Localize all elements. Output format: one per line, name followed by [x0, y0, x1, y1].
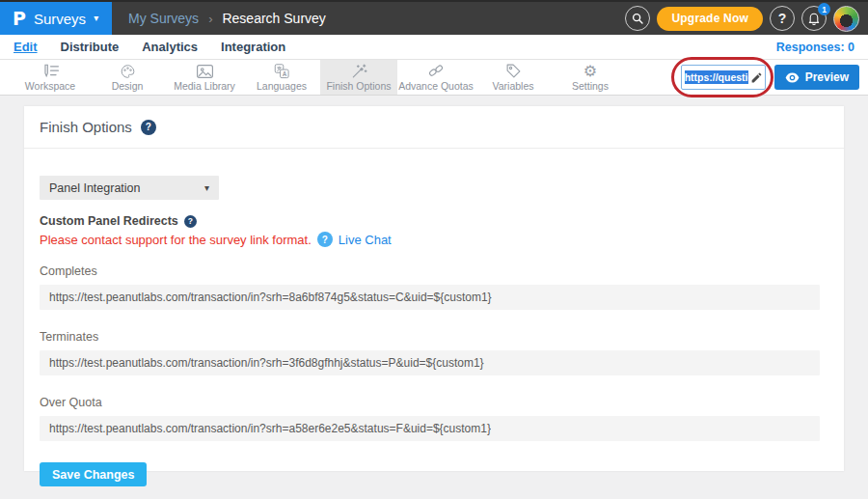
- toolbar-item-settings[interactable]: ⚙ Settings: [552, 60, 629, 95]
- terminates-url-field[interactable]: https://test.peanutlabs.com/transaction/…: [40, 350, 820, 375]
- avatar[interactable]: [833, 6, 859, 32]
- toolbar-label: Finish Options: [326, 80, 391, 92]
- eye-icon: [785, 72, 800, 83]
- page-title: Finish Options: [40, 119, 132, 135]
- header-actions: Upgrade Now ? 1: [625, 2, 868, 35]
- tab-analytics[interactable]: Analytics: [142, 40, 198, 54]
- help-button[interactable]: ?: [770, 6, 795, 31]
- section-title: Custom Panel Redirects: [40, 214, 178, 228]
- edit-url-pencil-icon[interactable]: [750, 71, 763, 84]
- panel-header: Finish Options ?: [24, 106, 844, 149]
- over-quota-label: Over Quota: [40, 396, 820, 409]
- question-mark-icon: ?: [778, 11, 787, 26]
- completes-label: Completes: [40, 264, 820, 278]
- dropdown-selected-value: Panel Integration: [49, 181, 141, 195]
- advance-quotas-icon: [427, 63, 445, 79]
- toolbar-label: Design: [112, 80, 144, 92]
- chevron-down-icon: ▾: [94, 14, 98, 23]
- languages-icon: A: [273, 63, 290, 79]
- preview-button[interactable]: Preview: [774, 65, 859, 90]
- breadcrumb-separator-icon: ›: [208, 12, 212, 26]
- tab-integration[interactable]: Integration: [221, 40, 285, 54]
- workspace-icon: [41, 63, 60, 79]
- terminates-label: Terminates: [40, 330, 820, 344]
- bell-icon: [807, 12, 821, 25]
- variables-icon: [505, 63, 522, 79]
- support-note-row: Please contact support for the survey li…: [40, 232, 820, 247]
- custom-panel-redirects-header: Custom Panel Redirects ?: [40, 214, 820, 228]
- panel-body: Panel Integration ▾ Custom Panel Redirec…: [24, 149, 844, 486]
- survey-url-cluster: https://questionpro.com/t/A Preview: [681, 60, 868, 95]
- finish-options-help-icon[interactable]: ?: [141, 120, 156, 135]
- product-name: Surveys: [34, 11, 86, 27]
- toolbar-label: Advance Quotas: [398, 80, 474, 92]
- toolbar-item-advance-quotas[interactable]: Advance Quotas: [397, 60, 475, 95]
- breadcrumb-current-survey: Research Survey: [222, 11, 325, 26]
- media-library-icon: [196, 63, 214, 79]
- breadcrumb-my-surveys[interactable]: My Surveys: [128, 11, 199, 26]
- toolbar-item-languages[interactable]: A Languages: [243, 60, 320, 95]
- completes-url-value: https://test.peanutlabs.com/transaction/…: [49, 291, 492, 304]
- toolbar-label: Settings: [572, 80, 609, 92]
- edit-toolbar: Workspace Design Media Library A Languag…: [0, 60, 868, 96]
- toolbar-item-finish-options[interactable]: Finish Options: [320, 60, 397, 95]
- settings-icon: ⚙: [583, 63, 597, 79]
- finish-options-icon: [350, 63, 367, 79]
- toolbar-item-design[interactable]: Design: [89, 60, 166, 95]
- toolbar-label: Variables: [493, 80, 534, 92]
- questionpro-logo-icon: P: [13, 8, 26, 29]
- toolbar-item-variables[interactable]: Variables: [475, 60, 552, 95]
- terminates-url-value: https://test.peanutlabs.com/transaction/…: [49, 356, 484, 370]
- breadcrumb: My Surveys › Research Survey: [128, 2, 326, 35]
- over-quota-url-field[interactable]: https://test.peanutlabs.com/transaction/…: [40, 416, 820, 441]
- finish-option-type-dropdown[interactable]: Panel Integration ▾: [40, 176, 219, 200]
- toolbar-label: Languages: [257, 80, 307, 92]
- search-icon: [631, 12, 644, 25]
- survey-url-input[interactable]: https://questionpro.com/t/A: [681, 65, 766, 90]
- product-switcher[interactable]: P Surveys ▾: [0, 2, 112, 35]
- design-icon: [120, 63, 136, 79]
- live-chat-help-icon[interactable]: ?: [317, 232, 333, 247]
- over-quota-field-group: Over Quota https://test.peanutlabs.com/t…: [40, 396, 820, 441]
- notification-count-badge: 1: [818, 3, 830, 15]
- toolbar-item-workspace[interactable]: Workspace: [12, 60, 89, 95]
- tab-edit[interactable]: Edit: [14, 40, 38, 54]
- responses-count[interactable]: Responses: 0: [776, 41, 854, 54]
- svg-text:A: A: [283, 70, 287, 77]
- support-note-text: Please contact support for the survey li…: [40, 233, 312, 247]
- tab-distribute[interactable]: Distribute: [61, 40, 120, 54]
- live-chat-link[interactable]: Live Chat: [339, 233, 392, 247]
- survey-nav: Edit Distribute Analytics Integration Re…: [0, 35, 868, 60]
- finish-options-panel: Finish Options ? Panel Integration ▾ Cus…: [24, 106, 844, 471]
- survey-url-selected-text: https://questionpro.com/t/A: [685, 70, 748, 84]
- completes-url-field[interactable]: https://test.peanutlabs.com/transaction/…: [40, 285, 820, 310]
- preview-label: Preview: [805, 70, 849, 84]
- over-quota-url-value: https://test.peanutlabs.com/transaction/…: [49, 422, 491, 435]
- search-button[interactable]: [625, 6, 650, 31]
- notifications-button[interactable]: 1: [801, 6, 827, 31]
- upgrade-now-button[interactable]: Upgrade Now: [657, 7, 763, 31]
- completes-field-group: Completes https://test.peanutlabs.com/tr…: [40, 264, 820, 310]
- toolbar-label: Workspace: [25, 80, 75, 92]
- terminates-field-group: Terminates https://test.peanutlabs.com/t…: [40, 330, 820, 375]
- toolbar-item-media-library[interactable]: Media Library: [166, 60, 243, 95]
- custom-panel-redirects-help-icon[interactable]: ?: [184, 215, 197, 228]
- save-changes-button[interactable]: Save Changes: [40, 462, 147, 486]
- toolbar-label: Media Library: [174, 80, 235, 92]
- chevron-down-icon: ▾: [204, 182, 209, 193]
- top-header: P Surveys ▾ My Surveys › Research Survey…: [0, 0, 868, 35]
